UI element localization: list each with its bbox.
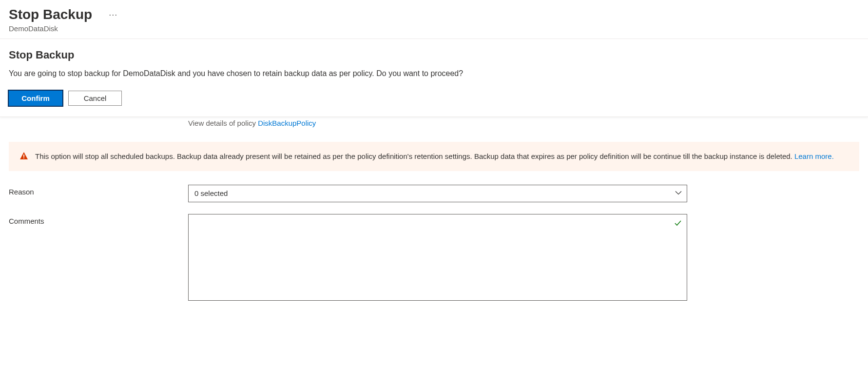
reason-row: Reason 0 selected bbox=[9, 185, 859, 202]
confirmation-panel: Stop Backup You are going to stop backup… bbox=[0, 39, 868, 117]
svg-rect-1 bbox=[23, 158, 24, 159]
confirmation-title: Stop Backup bbox=[9, 49, 859, 61]
comments-control-wrap bbox=[188, 214, 687, 302]
warning-icon bbox=[19, 152, 28, 162]
warning-text: This option will stop all scheduled back… bbox=[35, 151, 834, 162]
reason-control-wrap: 0 selected bbox=[188, 185, 687, 202]
page-header: Stop Backup ··· DemoDataDisk bbox=[0, 0, 868, 39]
warning-banner: This option will stop all scheduled back… bbox=[9, 142, 859, 171]
learn-more-link[interactable]: Learn more. bbox=[794, 152, 834, 160]
warning-text-body: This option will stop all scheduled back… bbox=[35, 152, 794, 160]
policy-details-line: View details of policy DiskBackupPolicy bbox=[9, 117, 859, 132]
comments-row: Comments bbox=[9, 214, 859, 302]
content-area: View details of policy DiskBackupPolicy … bbox=[0, 117, 868, 302]
cancel-button[interactable]: Cancel bbox=[68, 91, 122, 106]
header-title-row: Stop Backup ··· bbox=[9, 7, 859, 22]
more-actions-button[interactable]: ··· bbox=[106, 8, 120, 22]
page-title: Stop Backup bbox=[9, 7, 92, 22]
reason-select[interactable]: 0 selected bbox=[188, 185, 687, 202]
page-subtitle: DemoDataDisk bbox=[9, 24, 859, 33]
policy-prefix-text: View details of policy bbox=[188, 119, 258, 127]
reason-label: Reason bbox=[9, 185, 188, 196]
comments-label: Comments bbox=[9, 214, 188, 225]
comments-textarea[interactable] bbox=[188, 214, 687, 301]
reason-select-value: 0 selected bbox=[194, 189, 228, 197]
svg-rect-0 bbox=[23, 155, 24, 157]
confirmation-message: You are going to stop backup for DemoDat… bbox=[9, 68, 859, 79]
policy-link[interactable]: DiskBackupPolicy bbox=[258, 119, 316, 127]
confirm-button[interactable]: Confirm bbox=[9, 91, 62, 106]
confirmation-button-row: Confirm Cancel bbox=[9, 91, 859, 106]
